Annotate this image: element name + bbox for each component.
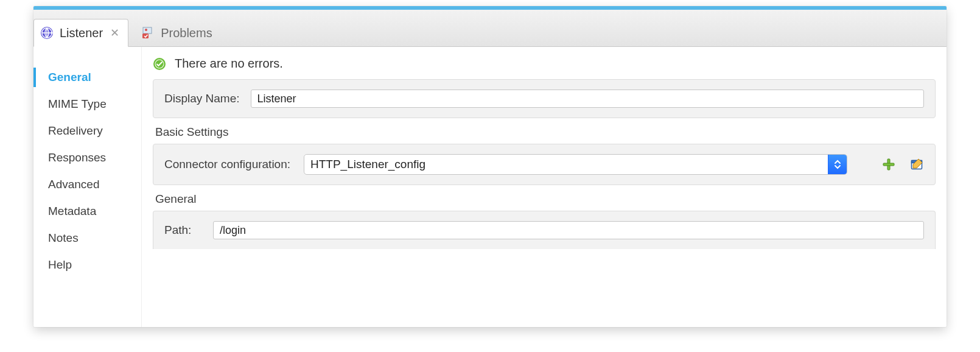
edit-config-button[interactable] — [909, 157, 924, 172]
select-stepper-icon — [828, 155, 847, 174]
tab-bar: Listener ✕ Problems — [33, 10, 947, 47]
sidebar-item-metadata[interactable]: Metadata — [33, 198, 141, 225]
sidebar-item-label: Redelivery — [48, 124, 103, 137]
status-ok-icon — [153, 57, 166, 71]
sidebar-item-responses[interactable]: Responses — [33, 144, 141, 171]
display-name-panel: Display Name: — [153, 79, 936, 118]
tab-listener-label: Listener — [60, 26, 103, 40]
tab-problems-label: Problems — [161, 26, 212, 40]
sidebar-item-general[interactable]: General — [33, 64, 141, 91]
sidebar-item-mime-type[interactable]: MIME Type — [33, 91, 141, 118]
sidebar-item-label: Metadata — [48, 205, 96, 217]
path-label: Path: — [164, 224, 202, 237]
sidebar-item-redelivery[interactable]: Redelivery — [33, 118, 141, 144]
display-name-input[interactable] — [251, 90, 924, 108]
general-section-title: General — [155, 192, 933, 206]
sidebar-item-label: Responses — [48, 151, 106, 164]
sidebar-item-label: Help — [48, 258, 72, 271]
problems-icon — [141, 26, 155, 40]
tab-listener[interactable]: Listener ✕ — [33, 19, 128, 47]
add-config-button[interactable] — [881, 157, 896, 172]
close-icon[interactable]: ✕ — [109, 26, 121, 40]
general-panel: Path: — [153, 211, 936, 249]
sidebar-item-notes[interactable]: Notes — [33, 225, 141, 252]
connector-config-value: HTTP_Listener_config — [304, 158, 828, 171]
display-name-label: Display Name: — [164, 92, 240, 105]
sidebar-item-label: MIME Type — [48, 97, 107, 110]
sidebar: General MIME Type Redelivery Responses A… — [33, 47, 142, 327]
sidebar-item-label: General — [48, 71, 91, 83]
basic-settings-title: Basic Settings — [155, 125, 933, 139]
editor-window: Listener ✕ Problems General MIME Type Re… — [33, 6, 947, 327]
sidebar-item-label: Notes — [48, 231, 79, 244]
svg-point-4 — [145, 29, 147, 31]
tab-problems[interactable]: Problems — [137, 19, 220, 47]
listener-globe-icon — [40, 26, 54, 40]
connector-config-label: Connector configuration: — [164, 158, 290, 171]
status-row: There are no errors. — [153, 57, 936, 71]
path-input[interactable] — [213, 221, 924, 239]
editor-body: General MIME Type Redelivery Responses A… — [33, 47, 947, 327]
svg-rect-10 — [883, 163, 894, 166]
connector-config-select[interactable]: HTTP_Listener_config — [304, 154, 847, 175]
sidebar-item-help[interactable]: Help — [33, 252, 141, 278]
svg-rect-3 — [143, 27, 152, 33]
sidebar-item-label: Advanced — [48, 178, 100, 191]
basic-settings-panel: Connector configuration: HTTP_Listener_c… — [153, 144, 936, 185]
content-area: There are no errors. Display Name: Basic… — [142, 47, 947, 327]
status-message: There are no errors. — [175, 57, 283, 71]
sidebar-item-advanced[interactable]: Advanced — [33, 171, 141, 198]
